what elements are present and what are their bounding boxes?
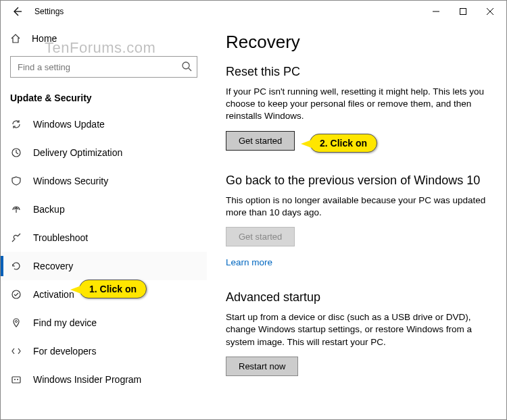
sidebar-item-recovery[interactable]: Recovery: [1, 252, 207, 280]
maximize-button[interactable]: [450, 1, 477, 22]
sidebar-item-label: Troubleshoot: [33, 232, 88, 243]
sidebar-item-delivery-optimization[interactable]: Delivery Optimization: [1, 138, 207, 167]
window-controls: [422, 1, 504, 22]
sidebar-item-label: Windows Update: [33, 119, 105, 130]
reset-get-started-button[interactable]: Get started: [226, 131, 295, 151]
titlebar: Settings: [1, 1, 506, 22]
sidebar-item-for-developers[interactable]: For developers: [1, 337, 207, 365]
search-input[interactable]: [10, 56, 197, 78]
sync-icon: [10, 119, 22, 130]
settings-window: Settings Home TenForums.com Update & Sec…: [0, 0, 507, 420]
minimize-icon: [433, 8, 439, 15]
section-go-back: Go back to the previous version of Windo…: [226, 174, 489, 267]
restart-now-button[interactable]: Restart now: [226, 357, 298, 376]
sidebar-item-backup[interactable]: Backup: [1, 195, 207, 224]
sidebar-nav: Windows Update Delivery Optimization Win…: [1, 110, 207, 394]
close-button[interactable]: [477, 1, 504, 22]
annotation-callout-1: 1. Click on: [79, 280, 147, 298]
delivery-icon: [10, 147, 22, 158]
goback-desc: This option is no longer available becau…: [226, 194, 489, 219]
sidebar-item-label: For developers: [33, 346, 96, 357]
window-title: Settings: [30, 7, 64, 16]
sidebar-item-label: Windows Security: [33, 176, 108, 186]
location-icon: [10, 317, 22, 328]
arrow-left-icon: [11, 6, 22, 17]
main-panel: Recovery Reset this PC If your PC isn't …: [207, 22, 506, 419]
sidebar-item-windows-insider[interactable]: Windows Insider Program: [1, 365, 207, 394]
wrench-icon: [10, 232, 22, 243]
search-wrap: [10, 56, 197, 78]
sidebar-item-home[interactable]: Home: [1, 25, 207, 52]
sidebar-item-label: Activation: [33, 289, 74, 300]
sidebar-item-label: Backup: [33, 204, 65, 215]
sidebar-item-label: Windows Insider Program: [33, 374, 141, 385]
backup-icon: [10, 204, 22, 215]
section-advanced-startup: Advanced startup Start up from a device …: [226, 290, 489, 376]
svg-point-7: [12, 290, 20, 298]
reset-heading: Reset this PC: [226, 65, 489, 79]
close-icon: [487, 8, 493, 15]
svg-point-8: [16, 321, 18, 323]
learn-more-link[interactable]: Learn more: [226, 257, 272, 267]
home-icon: [10, 33, 21, 44]
minimize-button[interactable]: [422, 1, 450, 22]
sidebar-item-label: Recovery: [33, 261, 73, 271]
check-circle-icon: [10, 289, 22, 300]
sidebar: Home TenForums.com Update & Security Win…: [1, 22, 207, 419]
svg-line-5: [189, 68, 191, 71]
goback-heading: Go back to the previous version of Windo…: [226, 174, 489, 188]
back-button[interactable]: [3, 1, 30, 22]
svg-rect-9: [12, 377, 20, 383]
home-label: Home: [32, 33, 57, 44]
advanced-desc: Start up from a device or disc (such as …: [226, 311, 489, 348]
search-icon: [181, 61, 192, 72]
sidebar-item-label: Delivery Optimization: [33, 147, 122, 158]
sidebar-section-header: Update & Security: [1, 83, 207, 110]
svg-point-10: [14, 379, 16, 380]
shield-icon: [10, 176, 22, 186]
advanced-heading: Advanced startup: [226, 290, 489, 305]
sidebar-item-windows-security[interactable]: Windows Security: [1, 167, 207, 195]
svg-rect-1: [460, 9, 466, 15]
sidebar-item-label: Find my device: [33, 317, 97, 328]
code-icon: [10, 346, 22, 357]
sidebar-item-windows-update[interactable]: Windows Update: [1, 110, 207, 138]
sidebar-item-troubleshoot[interactable]: Troubleshoot: [1, 224, 207, 252]
recovery-icon: [10, 261, 22, 271]
page-title: Recovery: [226, 32, 489, 53]
insider-icon: [10, 374, 22, 385]
maximize-icon: [460, 8, 466, 15]
svg-point-11: [17, 379, 18, 380]
reset-desc: If your PC isn't running well, resetting…: [226, 86, 489, 123]
annotation-callout-2: 2. Click on: [310, 134, 377, 153]
goback-get-started-button: Get started: [226, 227, 295, 246]
svg-point-4: [183, 62, 189, 69]
sidebar-item-find-my-device[interactable]: Find my device: [1, 309, 207, 337]
